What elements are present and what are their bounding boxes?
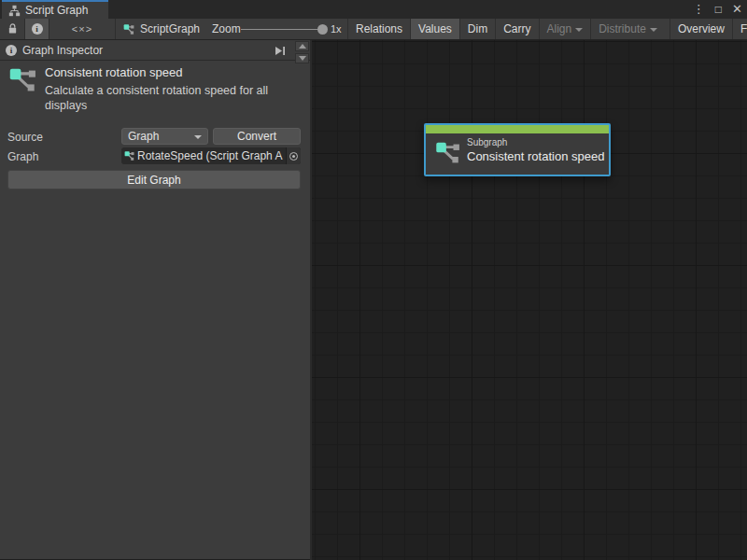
tab-title: Script Graph [25,4,88,17]
graph-inspector-title: Graph Inspector [22,44,103,57]
dropdown-arrow-icon [194,135,202,139]
toolbar-button-align[interactable]: Align [539,19,591,39]
scroll-up-button[interactable] [295,41,309,51]
script-graph-window: Script Graph ⋮ □ ✕ i <×> ScriptGraph Zoo… [0,0,747,560]
graph-description: Calculate a consistent rotation speed fo… [45,83,299,113]
button-label: Align [547,22,572,35]
arrow-down-icon [299,56,306,61]
toolbar-button-overview[interactable]: Overview [669,19,732,39]
edit-graph-label: Edit Graph [127,174,180,187]
edit-graph-button[interactable]: Edit Graph [7,170,301,189]
zoom-value: 1x [331,19,342,39]
toolbar-button-distribute[interactable]: Distribute [590,19,665,39]
node-kind-label: Subgraph [467,137,507,147]
zoom-slider-knob[interactable] [317,24,328,35]
object-picker-button[interactable] [286,147,301,164]
source-select-value: Graph [128,130,159,143]
graph-hierarchy-icon [8,5,21,17]
object-picker-icon [289,152,298,161]
toolbar-button-relations[interactable]: Relations [347,19,410,39]
button-label: Carry [503,22,530,35]
subgraph-node-icon [435,139,465,167]
graph-inspector-panel: i Graph Inspector Consistent rotation sp… [0,40,310,560]
graph-object-field[interactable]: RotateSpeed (Script Graph A [121,147,301,164]
toolbar-button-full-screen[interactable]: Full Screen [732,19,747,39]
title-bar: Script Graph ⋮ □ ✕ [0,0,747,19]
button-label: Overview [678,22,725,35]
button-label: Values [418,22,452,35]
graph-object-value: RotateSpeed (Script Graph A [137,149,286,162]
node-body: Subgraph Consistent rotation speed [426,133,609,175]
graph-field-label: Graph [7,150,38,163]
zoom-label: Zoom [212,19,241,39]
node-title: Consistent rotation speed [467,149,604,163]
code-view-button[interactable]: <×> [49,19,116,39]
button-label: Relations [356,22,402,35]
lock-icon [7,23,18,35]
dock-right-button[interactable] [273,44,288,57]
source-select[interactable]: Graph [121,128,208,145]
node-header-bar [426,125,609,133]
info-icon: i [6,45,17,56]
tab-script-graph[interactable]: Script Graph [2,0,108,19]
toolbar-button-carry[interactable]: Carry [495,19,538,39]
graph-title: Consistent rotation speed [45,65,182,79]
graph-canvas[interactable]: Subgraph Consistent rotation speed [312,40,747,560]
window-maximize-icon[interactable]: □ [715,0,722,19]
convert-label: Convert [237,130,276,143]
graph-toolbar: i <×> ScriptGraph Zoom 1x Relations Valu… [0,19,747,40]
inspector-toggle-button[interactable]: i [25,19,49,39]
dropdown-arrow-icon [575,28,583,32]
panel-scroll-arrows [295,41,309,63]
button-label: Full Screen [740,22,747,35]
window-close-icon[interactable]: ✕ [732,0,742,19]
scroll-down-button[interactable] [295,53,309,63]
graph-inspector-header: i Graph Inspector [0,40,310,61]
script-graph-label: ScriptGraph [140,22,200,35]
arrow-up-icon [299,44,306,49]
script-graph-asset-icon [124,150,135,161]
button-label: Dim [468,22,487,35]
button-label: Distribute [599,22,646,35]
code-icon: <×> [72,23,92,35]
info-icon: i [32,23,43,35]
subgraph-icon [8,66,42,94]
dropdown-arrow-icon [650,28,657,32]
script-graph-breadcrumb[interactable]: ScriptGraph [123,19,200,39]
script-graph-icon [123,23,135,35]
window-menu-icon[interactable]: ⋮ [693,0,705,19]
source-label: Source [7,131,43,144]
zoom-slider-track[interactable] [241,29,327,30]
toolbar-button-dim[interactable]: Dim [459,19,495,39]
convert-button[interactable]: Convert [213,128,301,145]
toolbar-button-values[interactable]: Values [410,19,459,39]
lock-button[interactable] [0,19,25,39]
dock-right-icon [275,46,286,56]
subgraph-node[interactable]: Subgraph Consistent rotation speed [424,123,611,176]
